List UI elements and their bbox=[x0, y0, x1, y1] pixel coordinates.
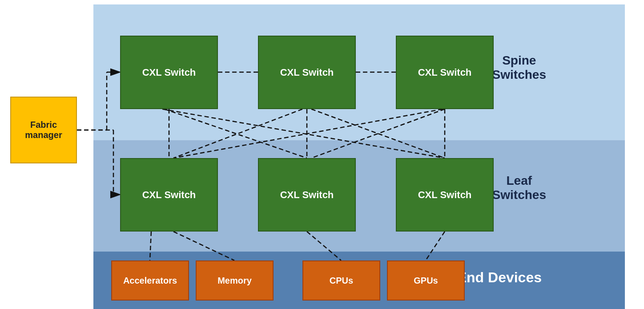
device-accelerators: Accelerators bbox=[111, 260, 189, 301]
spine-switch-2: CXL Switch bbox=[258, 36, 356, 109]
leaf-switch-2: CXL Switch bbox=[258, 158, 356, 232]
device-cpus: CPUs bbox=[302, 260, 380, 301]
end-devices-label: End Devices bbox=[457, 269, 542, 286]
fabric-manager-label: Fabric manager bbox=[11, 120, 76, 140]
leaf-switch-3: CXL Switch bbox=[396, 158, 494, 232]
leaf-label: LeafSwitches bbox=[492, 174, 546, 202]
device-memory: Memory bbox=[196, 260, 274, 301]
spine-switch-3: CXL Switch bbox=[396, 36, 494, 109]
fabric-manager-box: Fabric manager bbox=[10, 97, 77, 163]
diagram-container: SpineSwitches LeafSwitches End Devices F… bbox=[0, 0, 644, 309]
spine-switch-1: CXL Switch bbox=[120, 36, 218, 109]
spine-label: SpineSwitches bbox=[492, 53, 546, 82]
leaf-switch-1: CXL Switch bbox=[120, 158, 218, 232]
device-gpus: GPUs bbox=[387, 260, 465, 301]
